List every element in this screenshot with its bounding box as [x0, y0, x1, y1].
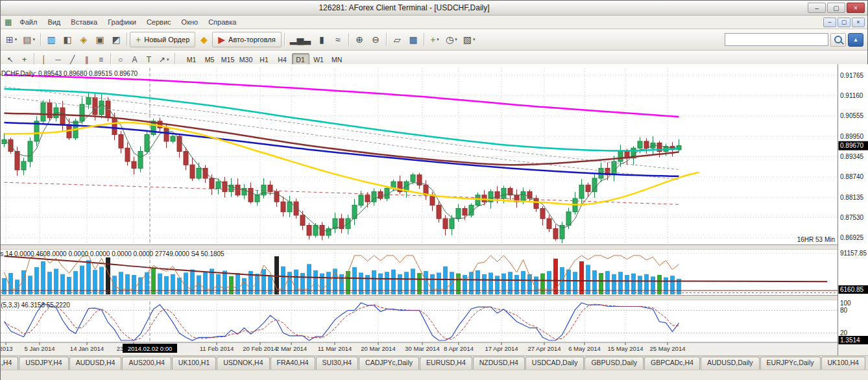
chart-canvas[interactable]: USDCHF,Daily: 0.89543 0.89680 0.89515 0.…: [1, 64, 868, 355]
line-chart-icon: ≈: [335, 35, 341, 44]
stochastic-current-label: 1.3514: [840, 337, 860, 344]
bar-chart-icon: ▂▅▃: [290, 35, 311, 44]
chart-tab[interactable]: USDJPY,H4: [19, 357, 68, 370]
new-chart-icon: ⊞: [6, 35, 14, 44]
label-icon: T: [147, 56, 151, 64]
chart-tab[interactable]: USDNOK,H4: [217, 357, 269, 370]
time-tick-label: 30 Mar 2014: [405, 345, 439, 352]
time-tick-label: 15 May 2014: [608, 345, 644, 352]
dropdown-caret-icon: ▾: [167, 57, 169, 62]
current-price-label: 0.89670: [840, 142, 864, 149]
volumes-header: Volumes 14 0.0000 4608.0000 0.0000 0.000…: [1, 250, 224, 257]
menu-item[interactable]: Справка: [203, 17, 241, 27]
data-window-button[interactable]: ◧: [60, 32, 75, 47]
time-tick-label: 17 Apr 2014: [485, 345, 518, 352]
search-input[interactable]: [725, 33, 828, 46]
toolbar-separator: [386, 33, 387, 46]
dropdown-caret-icon: ▾: [437, 37, 439, 42]
time-tick-label: 2 Mar 2014: [276, 345, 307, 352]
templates-button[interactable]: ▧▾: [461, 32, 478, 47]
chart-tab[interactable]: USDCAD,Daily: [525, 357, 585, 370]
volume-max-label: 91157.85: [840, 250, 867, 257]
close-button[interactable]: ×: [847, 3, 865, 13]
chart-tabbar: OIL,H4USDJPY,H4AUDUSD,H4AUS200,H4UK100,H…: [1, 355, 868, 370]
chart-tab[interactable]: NZDUSD,H4: [473, 357, 525, 370]
dropdown-caret-icon: ▾: [473, 37, 476, 42]
menu-item[interactable]: Окно: [176, 17, 204, 27]
menu-item[interactable]: Файл: [14, 17, 42, 27]
menu-item[interactable]: Вставка: [66, 17, 102, 27]
periods-button[interactable]: ◷▾: [443, 32, 460, 47]
bar-chart-button[interactable]: ▂▅▃: [287, 32, 313, 47]
window-title: 126281: AForex Client Terminal - [USDCHF…: [1, 3, 808, 12]
chart-tab[interactable]: AUDUSD,H4: [69, 357, 122, 370]
navigator-icon: ◈: [80, 35, 88, 44]
chart-tab[interactable]: EURJPYc,Daily: [760, 357, 821, 370]
toolbar-separator: [424, 33, 424, 46]
channel-icon: ∥: [85, 56, 89, 64]
zoom-in-button[interactable]: ⊕: [352, 32, 367, 47]
chart-tab[interactable]: UK100,H4: [821, 357, 865, 370]
menu-item[interactable]: Сервис: [141, 17, 176, 27]
mdi-close-button[interactable]: ×: [852, 18, 865, 27]
price-tick-label: 0.88135: [840, 194, 864, 201]
maximize-button[interactable]: ▢: [827, 3, 845, 13]
chart-tab[interactable]: UK100,H1: [172, 357, 216, 370]
indicators-button[interactable]: +▾: [427, 32, 442, 47]
profiles-button[interactable]: ▤▾: [20, 32, 38, 47]
chart-tab[interactable]: GBPCADc,H4: [644, 357, 700, 370]
text-icon: A: [132, 56, 137, 64]
new-order-button-label: Новый Ордер: [144, 36, 189, 43]
time-tick-label: 20 Feb 2014: [243, 345, 277, 352]
horizontal-line-icon: ─: [55, 56, 61, 64]
menu-item[interactable]: Графики: [102, 17, 141, 27]
pane-splitter[interactable]: [1, 296, 868, 300]
new-chart-button[interactable]: ⊞▾: [3, 32, 19, 47]
chart-tab[interactable]: EURUSD,H4: [420, 357, 472, 370]
chart-tab[interactable]: FRA40,H4: [271, 357, 315, 370]
strategy-tester-button[interactable]: ◩: [108, 32, 124, 47]
bar-countdown: 16HR 53 Min: [797, 236, 835, 243]
time-tick-label: 14 Jan 2014: [70, 345, 104, 352]
chart-tab[interactable]: SUI30,H4: [316, 357, 359, 370]
autotrading-button[interactable]: ▶Авто-торговля: [212, 32, 281, 47]
zoom-out-button[interactable]: ⊖: [368, 32, 383, 47]
chart-tab[interactable]: CADJPYc,Daily: [359, 357, 419, 370]
autotrading-icon: ▶: [218, 35, 225, 44]
chart-tab[interactable]: AUS200,H4: [122, 357, 171, 370]
time-tick-label: 25 May 2014: [650, 345, 686, 352]
new-order-plus-icon: +: [136, 35, 141, 44]
market-watch-button[interactable]: ▥: [43, 32, 59, 47]
tile-windows-icon: ▦: [409, 35, 417, 44]
mdi-minimize-button[interactable]: –: [823, 18, 836, 27]
terminal-button[interactable]: ▣: [92, 32, 108, 47]
price-tick-label: 0.89950: [840, 133, 864, 140]
chart-tab[interactable]: GBPUSD,Daily: [585, 357, 644, 370]
titlebar: 126281: AForex Client Terminal - [USDCHF…: [1, 1, 867, 16]
candlestick-button[interactable]: ▮: [314, 32, 330, 47]
community-button[interactable]: ▴: [848, 33, 863, 47]
dropdown-caret-icon: ▾: [15, 37, 18, 42]
minimize-button[interactable]: –: [808, 3, 826, 13]
price-tick-label: 0.91765: [840, 72, 864, 79]
pane-splitter[interactable]: [1, 245, 868, 249]
window-controls: – ▢ ×: [808, 3, 867, 13]
price-tick-label: 0.89345: [840, 153, 864, 160]
navigator-button[interactable]: ◈: [76, 32, 91, 47]
cascade-windows-button[interactable]: ▱: [389, 32, 405, 47]
chart-ohlc-header: USDCHF,Daily: 0.89543 0.89680 0.89515 0.…: [1, 70, 138, 77]
chart-tab[interactable]: AUDUSD,Daily: [701, 357, 760, 370]
search-button[interactable]: [830, 33, 846, 47]
toolbar-separator: [284, 33, 285, 46]
volume-current-label: 6160.85: [840, 286, 864, 293]
tile-windows-button[interactable]: ▦: [405, 32, 421, 47]
chart-tab[interactable]: OIL,H4: [1, 357, 18, 370]
metaeditor-button[interactable]: ◆: [196, 32, 211, 47]
line-chart-button[interactable]: ≈: [330, 32, 346, 47]
menu-item[interactable]: Вид: [42, 17, 66, 27]
new-order-button[interactable]: +Новый Ордер: [130, 32, 195, 47]
indicators-plus-icon: +: [430, 35, 435, 44]
toolbar-standard: ⊞▾▤▾▥◧◈▣◩+Новый Ордер◆▶Авто-торговля▂▅▃▮…: [1, 29, 867, 51]
chart-system-icon[interactable]: ▦: [5, 18, 12, 27]
mdi-restore-button[interactable]: ▢: [838, 18, 850, 27]
